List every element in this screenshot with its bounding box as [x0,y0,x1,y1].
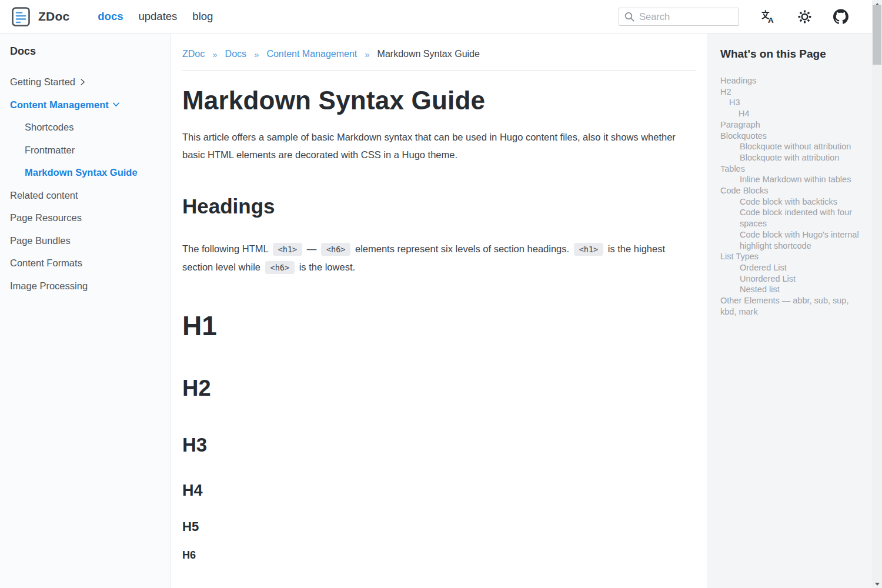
main-content: ZDoc » Docs » Content Management » Markd… [171,34,707,588]
breadcrumb-divider [182,71,696,71]
toc-item[interactable]: Code Blocks [720,185,859,196]
paragraph-segment: — [304,243,319,254]
toc-item[interactable]: Tables [720,163,859,175]
breadcrumb-item: Docs » [225,49,267,59]
toc-item[interactable]: Blockquote with attribution [720,152,859,163]
sidebar-item-label: Page Resources [10,206,82,229]
top-navbar: ZDoc docsupdatesblog A [0,0,882,34]
scrollbar[interactable] [872,0,882,588]
sidebar-item[interactable]: Content Formats [10,252,161,275]
sidebar-item[interactable]: Markdown Syntax Guide [10,161,161,184]
toc-item[interactable]: Code block with Hugo's internal highligh… [720,229,859,251]
breadcrumb-separator: » [254,49,259,59]
theme-icon[interactable] [797,9,812,24]
svg-text:A: A [767,16,773,24]
toc-item[interactable]: Other Elements — abbr, sub, sup, kbd, ma… [720,295,859,317]
sidebar-item-label: Image Processing [10,275,88,298]
sidebar-item-label: Page Bundles [10,229,71,252]
toc-item[interactable]: Ordered List [720,262,859,273]
navbar-right: A [619,8,848,26]
breadcrumb-item: ZDoc » [182,49,225,59]
sidebar-item-label: Shortcodes [25,116,74,139]
sidebar-item[interactable]: Page Bundles [10,229,161,252]
search-input[interactable] [639,11,733,22]
breadcrumb-link[interactable]: Content Management [266,49,357,59]
sidebar-item-label: Markdown Syntax Guide [25,161,138,184]
document-icon [12,7,30,26]
toc-item[interactable]: Unordered List [720,273,859,285]
toc-item[interactable]: Code block indented with four spaces [720,207,859,229]
toc-item[interactable]: Code block with backticks [720,196,859,208]
breadcrumb-link[interactable]: Markdown Syntax Guide [377,49,480,59]
demo-heading: H4 [182,482,696,500]
demo-heading: H3 [182,434,696,456]
paragraph-segment: <h1> [574,243,604,256]
demo-heading: H1 [182,310,696,342]
github-icon[interactable] [833,9,848,24]
section-heading-headings: Headings [182,194,696,219]
breadcrumb-item: Markdown Syntax Guide » [377,49,480,59]
intro-paragraph: This article offers a sample of basic Ma… [182,128,676,163]
search-box[interactable] [619,8,739,26]
toc-item[interactable]: Inline Markdown within tables [720,174,859,185]
toc-item[interactable]: List Types [720,251,859,262]
demo-headings: H1H2H3H4H5H6 [182,310,696,562]
breadcrumb-link[interactable]: Docs [225,49,246,59]
toc-item[interactable]: Nested list [720,284,859,295]
headings-paragraph: The following HTML <h1> — <h6> elements … [182,240,683,276]
sidebar-item-label: Content Management [10,93,109,116]
search-icon [624,12,634,22]
scrollbar-thumb[interactable] [873,5,881,65]
sidebar-item[interactable]: Page Resources [10,206,161,229]
chevron-icon [112,102,120,107]
demo-heading: H6 [182,549,696,562]
breadcrumb-separator: » [365,49,369,59]
sidebar-item[interactable]: Getting Started [10,71,161,93]
sidebar-title: Docs [10,45,161,58]
toc-list: HeadingsH2H3H4ParagraphBlockquotesBlockq… [720,75,859,317]
nav-link[interactable]: updates [139,10,178,23]
toc-item[interactable]: H4 [720,108,859,119]
sidebar-item[interactable]: Shortcodes [10,116,161,139]
sidebar-item-label: Getting Started [10,71,75,93]
nav-link[interactable]: docs [98,10,123,23]
toc-item[interactable]: H2 [720,86,859,98]
top-nav-links: docsupdatesblog [98,10,213,23]
paragraph-segment: elements represent six levels of section… [352,243,572,254]
sidebar-item[interactable]: Image Processing [10,275,161,298]
toc-item[interactable]: H3 [720,97,859,108]
brand[interactable]: ZDoc [12,7,69,26]
demo-heading: H5 [182,519,696,534]
sidebar-item[interactable]: Frontmatter [10,139,161,162]
breadcrumb-item: Content Management » [266,49,377,59]
toc-item[interactable]: Headings [720,75,859,86]
paragraph-segment: is the lowest. [296,262,355,272]
sidebar-item-label: Frontmatter [25,139,75,162]
sidebar-item-label: Related content [10,184,78,207]
breadcrumb: ZDoc » Docs » Content Management » Markd… [182,49,696,59]
nav-link[interactable]: blog [192,10,213,23]
paragraph-segment: <h1> [273,243,303,256]
chevron-icon [80,78,85,86]
page-title: Markdown Syntax Guide [182,85,696,116]
breadcrumb-link[interactable]: ZDoc [182,49,205,59]
paragraph-segment: The following HTML [182,243,271,254]
toc-item[interactable]: Paragraph [720,119,859,131]
demo-heading: H2 [182,376,696,402]
translate-icon[interactable]: A [760,9,776,24]
toc-title: What's on this Page [720,48,870,61]
sidebar-nav: Getting Started Content Management Short… [10,71,161,297]
toc-item[interactable]: Blockquotes [720,131,859,142]
brand-name: ZDoc [38,9,69,24]
sidebar-item[interactable]: Related content [10,184,161,207]
paragraph-segment: <h6> [265,261,295,274]
toc-panel: What's on this Page HeadingsH2H3H4Paragr… [707,34,882,588]
paragraph-segment: <h6> [321,243,351,256]
sidebar-item-label: Content Formats [10,252,82,275]
scrollbar-down-arrow[interactable] [872,580,882,588]
breadcrumb-separator: » [212,49,217,59]
toc-item[interactable]: Blockquote without attribution [720,141,859,152]
docs-sidebar: Docs Getting Started Content Management … [0,34,171,588]
sidebar-item[interactable]: Content Management [10,93,161,116]
